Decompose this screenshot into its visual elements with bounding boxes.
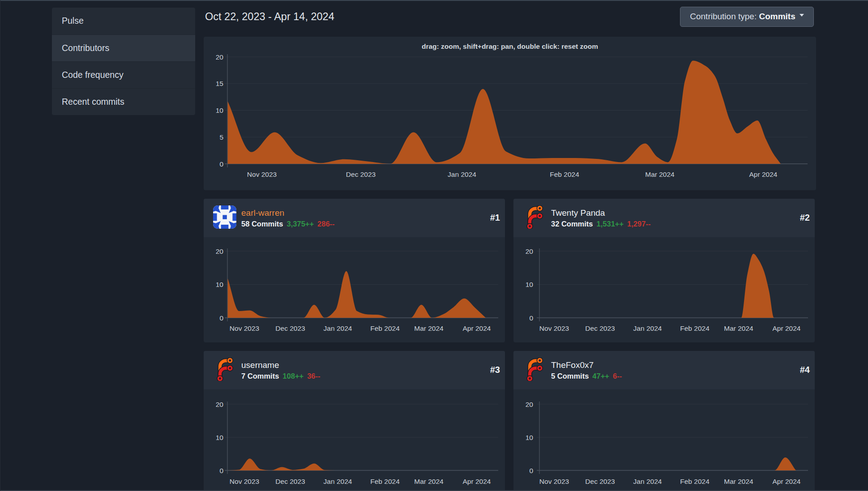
svg-text:Nov 2023: Nov 2023 [247,171,277,178]
svg-text:20: 20 [526,401,534,408]
svg-text:Nov 2023: Nov 2023 [539,478,569,485]
svg-text:Jan 2024: Jan 2024 [324,478,352,485]
svg-text:Mar 2024: Mar 2024 [414,478,444,485]
svg-text:0: 0 [219,160,223,168]
svg-text:Dec 2023: Dec 2023 [275,324,305,332]
svg-text:Feb 2024: Feb 2024 [680,478,710,485]
svg-text:Apr 2024: Apr 2024 [749,171,778,178]
svg-text:Jan 2024: Jan 2024 [633,324,662,332]
svg-text:Nov 2023: Nov 2023 [230,478,259,485]
svg-text:10: 10 [216,434,224,441]
svg-text:Nov 2023: Nov 2023 [230,324,259,332]
svg-text:10: 10 [216,107,224,114]
svg-text:20: 20 [216,53,224,61]
svg-text:Apr 2024: Apr 2024 [773,324,801,332]
svg-text:Dec 2023: Dec 2023 [275,478,305,485]
svg-text:10: 10 [216,281,224,288]
svg-text:20: 20 [216,401,224,408]
svg-text:0: 0 [219,314,223,322]
svg-text:10: 10 [526,281,534,288]
svg-text:0: 0 [529,314,533,322]
svg-text:Mar 2024: Mar 2024 [724,324,753,332]
svg-text:Apr 2024: Apr 2024 [463,324,491,332]
svg-text:Mar 2024: Mar 2024 [645,171,675,178]
svg-text:Jan 2024: Jan 2024 [448,171,476,178]
svg-text:10: 10 [526,434,534,441]
svg-text:Dec 2023: Dec 2023 [585,478,615,485]
svg-text:Feb 2024: Feb 2024 [550,171,579,178]
svg-text:5: 5 [219,133,223,141]
svg-text:Mar 2024: Mar 2024 [724,478,753,485]
svg-text:Feb 2024: Feb 2024 [680,324,710,332]
svg-text:15: 15 [216,80,223,87]
svg-text:0: 0 [219,467,223,474]
svg-text:Apr 2024: Apr 2024 [463,478,491,485]
svg-text:20: 20 [526,248,534,255]
svg-text:Nov 2023: Nov 2023 [539,324,569,332]
svg-text:0: 0 [529,467,533,474]
svg-text:Feb 2024: Feb 2024 [370,324,400,332]
svg-text:Jan 2024: Jan 2024 [324,324,352,332]
svg-text:Jan 2024: Jan 2024 [633,478,662,485]
svg-text:Mar 2024: Mar 2024 [414,324,444,332]
svg-text:20: 20 [216,248,224,255]
svg-text:Dec 2023: Dec 2023 [346,171,376,178]
svg-text:Feb 2024: Feb 2024 [370,478,400,485]
svg-text:Apr 2024: Apr 2024 [773,478,801,485]
svg-text:Dec 2023: Dec 2023 [585,324,615,332]
